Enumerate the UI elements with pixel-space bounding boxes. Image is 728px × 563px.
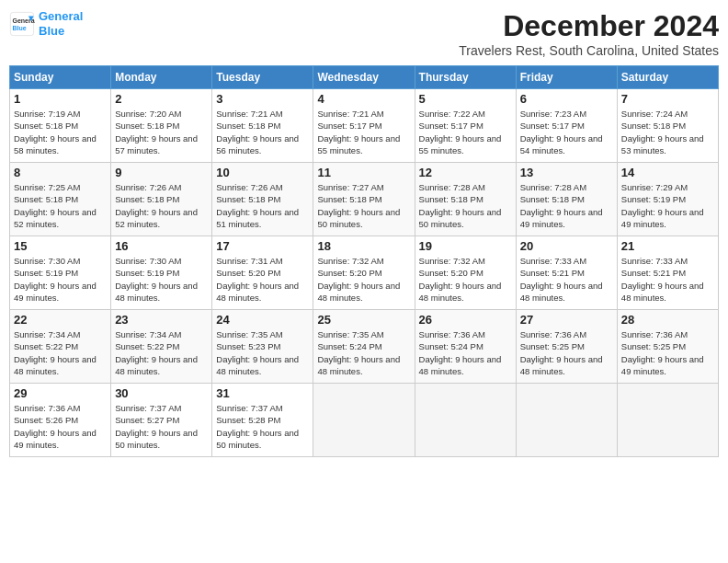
day-number: 15 bbox=[14, 239, 107, 253]
calendar-table: SundayMondayTuesdayWednesdayThursdayFrid… bbox=[9, 65, 719, 457]
month-title: December 2024 bbox=[459, 9, 719, 43]
day-number: 7 bbox=[621, 92, 714, 106]
day-info: Sunrise: 7:23 AMSunset: 5:17 PMDaylight:… bbox=[520, 109, 603, 155]
calendar-cell: 21Sunrise: 7:33 AMSunset: 5:21 PMDayligh… bbox=[617, 236, 718, 310]
logo-text: General Blue bbox=[39, 9, 83, 38]
calendar-cell: 25Sunrise: 7:35 AMSunset: 5:24 PMDayligh… bbox=[313, 310, 415, 384]
day-info: Sunrise: 7:35 AMSunset: 5:23 PMDaylight:… bbox=[216, 329, 299, 376]
day-info: Sunrise: 7:36 AMSunset: 5:26 PMDaylight:… bbox=[14, 403, 97, 450]
day-number: 21 bbox=[621, 239, 714, 253]
day-info: Sunrise: 7:25 AMSunset: 5:18 PMDaylight:… bbox=[14, 182, 97, 229]
day-info: Sunrise: 7:37 AMSunset: 5:27 PMDaylight:… bbox=[115, 403, 198, 450]
day-info: Sunrise: 7:36 AMSunset: 5:25 PMDaylight:… bbox=[520, 329, 603, 376]
day-info: Sunrise: 7:30 AMSunset: 5:19 PMDaylight:… bbox=[115, 256, 198, 303]
day-number: 1 bbox=[14, 92, 107, 106]
day-info: Sunrise: 7:32 AMSunset: 5:20 PMDaylight:… bbox=[317, 256, 400, 303]
calendar-week-5: 29Sunrise: 7:36 AMSunset: 5:26 PMDayligh… bbox=[10, 384, 719, 457]
day-info: Sunrise: 7:36 AMSunset: 5:24 PMDaylight:… bbox=[419, 329, 502, 376]
day-number: 5 bbox=[419, 92, 512, 106]
day-info: Sunrise: 7:22 AMSunset: 5:17 PMDaylight:… bbox=[419, 109, 502, 155]
calendar-cell: 24Sunrise: 7:35 AMSunset: 5:23 PMDayligh… bbox=[212, 310, 313, 384]
day-info: Sunrise: 7:36 AMSunset: 5:25 PMDaylight:… bbox=[621, 329, 704, 376]
day-number: 18 bbox=[317, 239, 410, 253]
day-info: Sunrise: 7:31 AMSunset: 5:20 PMDaylight:… bbox=[216, 256, 299, 303]
calendar-cell: 6Sunrise: 7:23 AMSunset: 5:17 PMDaylight… bbox=[516, 89, 617, 163]
day-number: 27 bbox=[520, 313, 613, 327]
day-number: 2 bbox=[115, 92, 208, 106]
day-info: Sunrise: 7:26 AMSunset: 5:18 PMDaylight:… bbox=[216, 182, 299, 229]
calendar-week-3: 15Sunrise: 7:30 AMSunset: 5:19 PMDayligh… bbox=[10, 236, 719, 310]
calendar-cell: 18Sunrise: 7:32 AMSunset: 5:20 PMDayligh… bbox=[313, 236, 415, 310]
day-info: Sunrise: 7:33 AMSunset: 5:21 PMDaylight:… bbox=[621, 256, 704, 303]
calendar-cell: 9Sunrise: 7:26 AMSunset: 5:18 PMDaylight… bbox=[111, 163, 212, 236]
day-number: 28 bbox=[621, 313, 714, 327]
day-info: Sunrise: 7:27 AMSunset: 5:18 PMDaylight:… bbox=[317, 182, 400, 229]
calendar-cell: 1Sunrise: 7:19 AMSunset: 5:18 PMDaylight… bbox=[10, 89, 111, 163]
calendar-cell: 23Sunrise: 7:34 AMSunset: 5:22 PMDayligh… bbox=[111, 310, 212, 384]
day-number: 30 bbox=[115, 386, 208, 400]
calendar-week-4: 22Sunrise: 7:34 AMSunset: 5:22 PMDayligh… bbox=[10, 310, 719, 384]
calendar-cell: 13Sunrise: 7:28 AMSunset: 5:18 PMDayligh… bbox=[516, 163, 617, 236]
calendar-cell: 28Sunrise: 7:36 AMSunset: 5:25 PMDayligh… bbox=[617, 310, 718, 384]
calendar-cell: 17Sunrise: 7:31 AMSunset: 5:20 PMDayligh… bbox=[212, 236, 313, 310]
calendar-cell: 19Sunrise: 7:32 AMSunset: 5:20 PMDayligh… bbox=[415, 236, 516, 310]
day-number: 13 bbox=[520, 166, 613, 179]
day-number: 4 bbox=[317, 92, 410, 106]
calendar-cell: 14Sunrise: 7:29 AMSunset: 5:19 PMDayligh… bbox=[617, 163, 718, 236]
day-info: Sunrise: 7:37 AMSunset: 5:28 PMDaylight:… bbox=[216, 403, 299, 450]
calendar-week-2: 8Sunrise: 7:25 AMSunset: 5:18 PMDaylight… bbox=[10, 163, 719, 236]
day-number: 20 bbox=[520, 239, 613, 253]
day-number: 17 bbox=[216, 239, 309, 253]
calendar-cell: 26Sunrise: 7:36 AMSunset: 5:24 PMDayligh… bbox=[415, 310, 516, 384]
day-number: 11 bbox=[317, 166, 410, 179]
calendar-cell: 27Sunrise: 7:36 AMSunset: 5:25 PMDayligh… bbox=[516, 310, 617, 384]
calendar-cell: 3Sunrise: 7:21 AMSunset: 5:18 PMDaylight… bbox=[212, 89, 313, 163]
day-info: Sunrise: 7:30 AMSunset: 5:19 PMDaylight:… bbox=[14, 256, 97, 303]
day-number: 16 bbox=[115, 239, 208, 253]
day-info: Sunrise: 7:21 AMSunset: 5:17 PMDaylight:… bbox=[317, 109, 400, 155]
day-info: Sunrise: 7:26 AMSunset: 5:18 PMDaylight:… bbox=[115, 182, 198, 229]
day-info: Sunrise: 7:33 AMSunset: 5:21 PMDaylight:… bbox=[520, 256, 603, 303]
day-number: 25 bbox=[317, 313, 410, 327]
calendar-cell: 31Sunrise: 7:37 AMSunset: 5:28 PMDayligh… bbox=[212, 384, 313, 457]
day-info: Sunrise: 7:20 AMSunset: 5:18 PMDaylight:… bbox=[115, 109, 198, 155]
weekday-header-monday: Monday bbox=[111, 66, 212, 89]
day-info: Sunrise: 7:24 AMSunset: 5:18 PMDaylight:… bbox=[621, 109, 704, 155]
calendar-cell: 2Sunrise: 7:20 AMSunset: 5:18 PMDaylight… bbox=[111, 89, 212, 163]
logo: General Blue General Blue bbox=[9, 9, 83, 38]
weekday-header-sunday: Sunday bbox=[10, 66, 111, 89]
logo-icon: General Blue bbox=[9, 11, 35, 37]
day-number: 19 bbox=[419, 239, 512, 253]
day-number: 9 bbox=[115, 166, 208, 179]
day-number: 23 bbox=[115, 313, 208, 327]
calendar-cell: 16Sunrise: 7:30 AMSunset: 5:19 PMDayligh… bbox=[111, 236, 212, 310]
day-number: 3 bbox=[216, 92, 309, 106]
day-number: 26 bbox=[419, 313, 512, 327]
calendar-cell: 12Sunrise: 7:28 AMSunset: 5:18 PMDayligh… bbox=[415, 163, 516, 236]
calendar-cell: 10Sunrise: 7:26 AMSunset: 5:18 PMDayligh… bbox=[212, 163, 313, 236]
day-number: 29 bbox=[14, 386, 107, 400]
weekday-header-thursday: Thursday bbox=[415, 66, 516, 89]
day-info: Sunrise: 7:34 AMSunset: 5:22 PMDaylight:… bbox=[115, 329, 198, 376]
calendar-cell: 7Sunrise: 7:24 AMSunset: 5:18 PMDaylight… bbox=[617, 89, 718, 163]
calendar-cell: 4Sunrise: 7:21 AMSunset: 5:17 PMDaylight… bbox=[313, 89, 415, 163]
day-number: 12 bbox=[419, 166, 512, 179]
day-info: Sunrise: 7:35 AMSunset: 5:24 PMDaylight:… bbox=[317, 329, 400, 376]
day-number: 14 bbox=[621, 166, 714, 179]
weekday-header-wednesday: Wednesday bbox=[313, 66, 415, 89]
location-title: Travelers Rest, South Carolina, United S… bbox=[459, 43, 719, 58]
calendar-cell bbox=[313, 384, 415, 457]
day-info: Sunrise: 7:19 AMSunset: 5:18 PMDaylight:… bbox=[14, 109, 97, 155]
svg-text:Blue: Blue bbox=[13, 25, 27, 31]
day-number: 31 bbox=[216, 386, 309, 400]
page-header: General Blue General Blue December 2024 … bbox=[9, 9, 719, 58]
header-row: SundayMondayTuesdayWednesdayThursdayFrid… bbox=[10, 66, 719, 89]
calendar-cell: 30Sunrise: 7:37 AMSunset: 5:27 PMDayligh… bbox=[111, 384, 212, 457]
calendar-cell: 29Sunrise: 7:36 AMSunset: 5:26 PMDayligh… bbox=[10, 384, 111, 457]
title-block: December 2024 Travelers Rest, South Caro… bbox=[459, 9, 719, 58]
day-info: Sunrise: 7:28 AMSunset: 5:18 PMDaylight:… bbox=[520, 182, 603, 229]
day-number: 8 bbox=[14, 166, 107, 179]
calendar-cell bbox=[617, 384, 718, 457]
day-info: Sunrise: 7:21 AMSunset: 5:18 PMDaylight:… bbox=[216, 109, 299, 155]
calendar-cell: 20Sunrise: 7:33 AMSunset: 5:21 PMDayligh… bbox=[516, 236, 617, 310]
